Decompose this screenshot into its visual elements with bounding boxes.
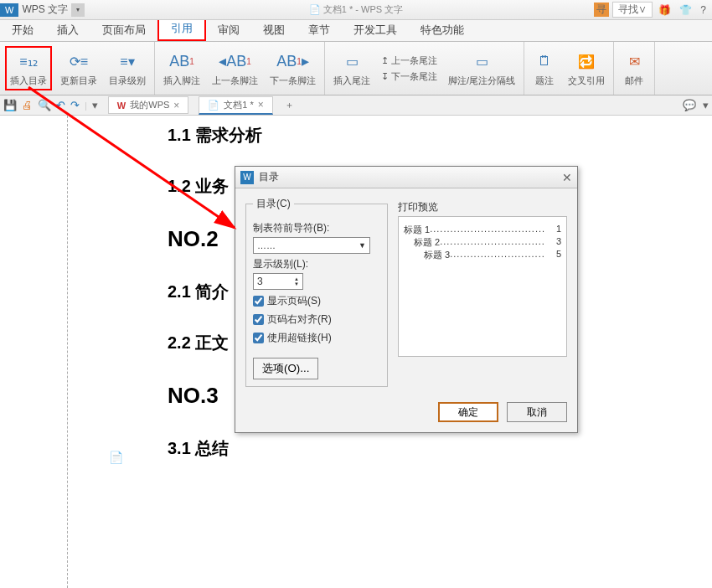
toc-legend: 目录(C): [253, 197, 294, 211]
ok-button[interactable]: 确定: [438, 402, 498, 422]
toc-dialog: W 目录 ✕ 目录(C) 制表符前导符(B): …… ▼ 显示级别(L): 3 …: [235, 166, 578, 433]
tab-page-layout[interactable]: 页面布局: [90, 19, 157, 41]
ribbon-group-endnote: ▭ 插入尾注 ↥上一条尾注 ↧下一条尾注 ▭ 脚注/尾注分隔线: [325, 42, 524, 95]
toc-icon: ≡₁₂: [17, 49, 40, 73]
preview-label: 打印预览: [398, 200, 567, 214]
preview-line: 标题 1..................................1: [404, 224, 561, 236]
leader-label: 制表符前导符(B):: [253, 221, 380, 235]
titlebar-right: 寻 寻找∨ 🎁 👕 ?: [594, 2, 709, 18]
hyperlink-checkbox[interactable]: 使用超链接(H): [253, 331, 380, 345]
tab-view[interactable]: 视图: [251, 19, 297, 41]
toc-fieldset: 目录(C) 制表符前导符(B): …… ▼ 显示级别(L): 3 ▲▼ 显示页码…: [245, 197, 388, 387]
insert-footnote-button[interactable]: AB1 插入脚注: [160, 48, 204, 89]
help-icon[interactable]: ?: [698, 4, 709, 16]
save-icon[interactable]: 💾: [3, 99, 17, 111]
redo-icon[interactable]: ↷: [70, 99, 80, 111]
heading-3-1: 3.1 总结: [168, 437, 712, 460]
ribbon-group-footnote: AB1 插入脚注 ◂AB1 上一条脚注 AB1▸ 下一条脚注: [155, 42, 325, 95]
spinner-buttons[interactable]: ▲▼: [294, 276, 299, 286]
tab-insert[interactable]: 插入: [45, 19, 90, 41]
shirt-icon[interactable]: 👕: [677, 4, 694, 16]
preview-line: 标题 3............................5: [404, 249, 561, 261]
leader-combo[interactable]: …… ▼: [253, 237, 370, 254]
cross-ref-button[interactable]: 🔁 交叉引用: [565, 48, 608, 89]
dialog-title: 目录: [259, 170, 279, 184]
mail-icon: ✉: [622, 49, 646, 73]
toc-level-button[interactable]: ≡▾ 目录级别: [106, 48, 149, 89]
wps-logo: W: [0, 3, 18, 17]
prev-footnote-button[interactable]: ◂AB1 上一条脚注: [209, 48, 261, 89]
up-arrow-icon: ↥: [381, 55, 389, 66]
close-icon[interactable]: ×: [173, 100, 179, 111]
chevron-down-icon: ▼: [359, 241, 366, 250]
ribbon: ≡₁₂ 插入目录 ⟳≡ 更新目录 ≡▾ 目录级别 AB1 插入脚注 ◂AB1 上…: [0, 42, 712, 95]
heading-1-1: 1.1 需求分析: [168, 124, 712, 147]
title-bar: W WPS 文字 ▾ 📄 文档1 * - WPS 文字 寻 寻找∨ 🎁 👕 ?: [0, 0, 712, 20]
doctab-mywps[interactable]: W 我的WPS ×: [108, 96, 188, 114]
undo-icon[interactable]: ↶: [56, 99, 65, 111]
preview-box: 标题 1..................................1 …: [398, 216, 567, 357]
feedback-icon[interactable]: 💬: [683, 99, 696, 111]
print-preview-icon[interactable]: 🔍: [38, 99, 51, 111]
customize-icon[interactable]: ▾: [92, 99, 98, 111]
update-toc-button[interactable]: ⟳≡ 更新目录: [57, 48, 101, 89]
insert-endnote-button[interactable]: ▭ 插入尾注: [330, 48, 374, 89]
next-footnote-button[interactable]: AB1▸ 下一条脚注: [266, 48, 319, 89]
tab-review[interactable]: 审阅: [206, 19, 251, 41]
margin-guide: [67, 116, 68, 588]
cancel-button[interactable]: 取消: [507, 402, 567, 422]
preview-line: 标题 2...............................3: [404, 236, 561, 249]
doc-small-icon: 📄: [208, 100, 219, 111]
options-button[interactable]: 选项(O)...: [253, 358, 318, 379]
doctab-doc1[interactable]: 📄 文档1 * ×: [199, 96, 272, 115]
tab-special[interactable]: 特色功能: [409, 19, 476, 41]
prev-footnote-icon: ◂AB1: [224, 49, 247, 73]
doc-icon: 📄: [309, 4, 321, 14]
document-title: 📄 文档1 * - WPS 文字: [309, 3, 403, 16]
wps-small-icon: W: [117, 101, 126, 111]
down-arrow-icon: ↧: [381, 71, 389, 82]
footnote-icon: AB1: [170, 49, 193, 73]
dialog-titlebar[interactable]: W 目录 ✕: [235, 167, 577, 188]
gift-icon[interactable]: 🎁: [656, 4, 673, 16]
tab-chapter[interactable]: 章节: [297, 19, 342, 41]
quick-access-bar: 💾 🖨 🔍 ↶ ↷ | ▾ W 我的WPS × 📄 文档1 * × ＋ 💬 ▾: [0, 95, 712, 116]
cross-ref-icon: 🔁: [575, 49, 598, 73]
paragraph-mark-icon: 📄: [109, 451, 123, 464]
separator-icon: ▭: [470, 49, 493, 73]
endnote-nav-stack: ↥上一条尾注 ↧下一条尾注: [379, 54, 440, 84]
level-icon: ≡▾: [116, 49, 139, 73]
more-icon[interactable]: ▾: [703, 99, 709, 111]
refresh-icon: ⟳≡: [67, 49, 90, 73]
caption-icon: 🗒: [533, 49, 556, 73]
close-icon[interactable]: ×: [258, 99, 264, 111]
insert-toc-button[interactable]: ≡₁₂ 插入目录: [5, 46, 52, 90]
dialog-close-icon[interactable]: ✕: [562, 171, 572, 184]
search-box[interactable]: 寻找∨: [612, 2, 653, 18]
ribbon-group-caption: 🗒 题注 🔁 交叉引用: [524, 42, 614, 95]
tab-home[interactable]: 开始: [0, 19, 45, 41]
dialog-icon: W: [240, 171, 254, 184]
tab-developer[interactable]: 开发工具: [342, 19, 409, 41]
dialog-buttons: 确定 取消: [235, 395, 577, 432]
app-menu-dropdown[interactable]: ▾: [71, 3, 85, 17]
ribbon-group-toc: ≡₁₂ 插入目录 ⟳≡ 更新目录 ≡▾ 目录级别: [0, 42, 155, 95]
prev-endnote-button[interactable]: ↥上一条尾注: [379, 54, 440, 68]
new-tab-button[interactable]: ＋: [285, 99, 294, 111]
search-badge[interactable]: 寻: [594, 3, 609, 17]
ribbon-group-mail: ✉ 邮件: [614, 42, 655, 95]
endnote-icon: ▭: [340, 49, 364, 73]
level-spinner[interactable]: 3 ▲▼: [253, 273, 303, 290]
fn-en-separator-button[interactable]: ▭ 脚注/尾注分隔线: [445, 48, 519, 89]
caption-button[interactable]: 🗒 题注: [529, 48, 560, 89]
show-page-checkbox[interactable]: 显示页码(S): [253, 294, 380, 308]
print-icon[interactable]: 🖨: [22, 99, 33, 111]
next-endnote-button[interactable]: ↧下一条尾注: [379, 70, 440, 84]
right-align-checkbox[interactable]: 页码右对齐(R): [253, 312, 380, 327]
ribbon-tabs: 开始 插入 页面布局 引用 审阅 视图 章节 开发工具 特色功能: [0, 20, 712, 42]
app-name: WPS 文字: [22, 3, 68, 17]
mail-button[interactable]: ✉ 邮件: [619, 48, 649, 89]
level-label: 显示级别(L):: [253, 257, 380, 271]
next-footnote-icon: AB1▸: [281, 49, 305, 73]
